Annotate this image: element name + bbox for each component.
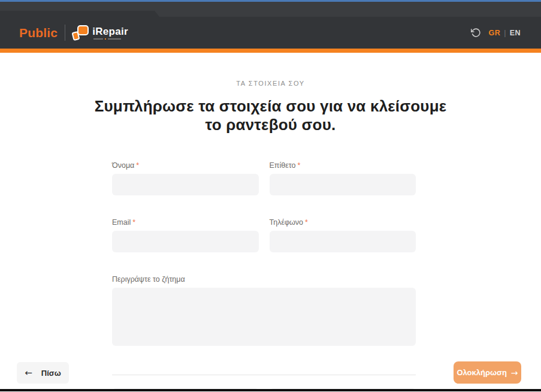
restart-button[interactable] — [471, 28, 481, 38]
irepair-logo: iRepair — [72, 25, 128, 40]
window-bottom-border — [0, 389, 541, 391]
complete-button-label: Ολοκλήρωση — [457, 368, 506, 377]
language-option-gr[interactable]: GR — [489, 29, 501, 37]
contact-details-form: Όνομα* Επίθετο* Email* — [112, 161, 416, 389]
back-button-label: Πίσω — [41, 369, 61, 378]
section-eyebrow: ΤΑ ΣΤΟΙΧΕΙΑ ΣΟΥ — [0, 80, 541, 87]
field-phone: Τηλέφωνο* — [270, 218, 416, 252]
form-content: ΤΑ ΣΤΟΙΧΕΙΑ ΣΟΥ Συμπλήρωσε τα στοιχεία σ… — [0, 53, 541, 389]
irepair-devices-icon — [72, 25, 89, 40]
issue-description-label: Περιγράψτε το ζήτημα — [112, 275, 416, 284]
header-controls: GR | EN — [471, 28, 521, 38]
page-title-line1: Συμπλήρωσε τα στοιχεία σου για να κλείσο… — [95, 97, 447, 115]
header: Public iRepair — [0, 17, 541, 49]
page-title-line2: το ραντεβού σου. — [205, 116, 336, 134]
irepair-tagline — [93, 38, 128, 40]
public-logo: Public — [19, 26, 58, 40]
last-name-label: Επίθετο* — [270, 161, 416, 170]
complete-button[interactable]: Ολοκλήρωση → — [454, 361, 521, 384]
header-top-band — [0, 2, 541, 17]
required-mark: * — [136, 161, 139, 170]
email-label: Email* — [112, 218, 259, 227]
brand-divider — [65, 25, 65, 41]
last-name-input[interactable] — [270, 174, 416, 195]
required-mark: * — [297, 161, 300, 170]
section-divider — [112, 375, 416, 375]
first-name-label: Όνομα* — [112, 161, 259, 170]
complete-arrow-icon: → — [511, 368, 518, 378]
phone-label: Τηλέφωνο* — [270, 218, 416, 227]
irepair-logo-text: iRepair — [92, 26, 128, 37]
back-arrow-icon: ← — [25, 367, 32, 378]
language-option-en[interactable]: EN — [510, 29, 521, 37]
booking-widget-window: Public iRepair — [0, 0, 541, 392]
required-mark: * — [132, 218, 135, 227]
issue-description-textarea[interactable] — [112, 288, 416, 346]
field-email: Email* — [112, 218, 259, 252]
field-issue-description: Περιγράψτε το ζήτημα — [112, 275, 416, 346]
back-button[interactable]: ← Πίσω — [17, 362, 69, 384]
email-input[interactable] — [112, 231, 259, 252]
language-switcher: GR | EN — [489, 29, 521, 37]
header-angled-tab — [0, 11, 159, 17]
page-title: Συμπλήρωσε τα στοιχεία σου για να κλείσο… — [0, 97, 541, 134]
language-divider: | — [504, 29, 506, 37]
accent-bar — [0, 49, 541, 53]
brand-logo[interactable]: Public iRepair — [19, 25, 128, 41]
phone-input[interactable] — [270, 231, 416, 252]
restart-icon — [471, 28, 481, 38]
required-mark: * — [305, 218, 308, 227]
first-name-input[interactable] — [112, 174, 259, 195]
field-first-name: Όνομα* — [112, 161, 259, 195]
field-last-name: Επίθετο* — [270, 161, 416, 195]
